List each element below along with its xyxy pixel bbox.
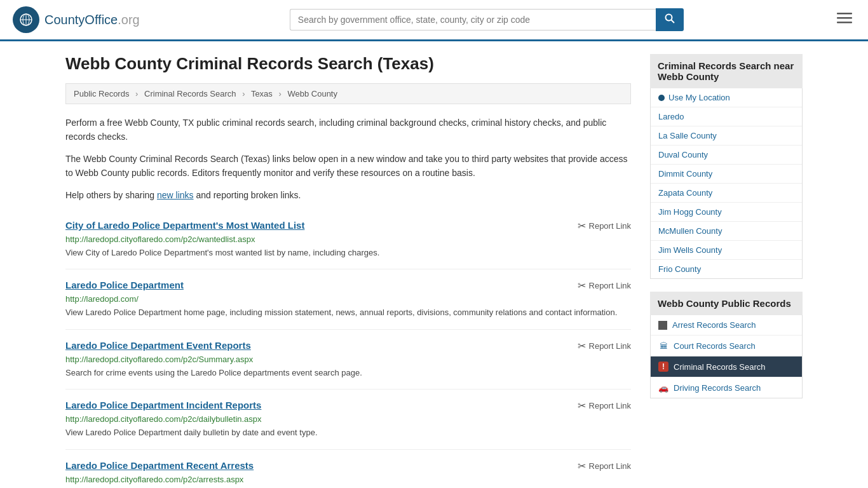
breadcrumb-webb-county[interactable]: Webb County xyxy=(287,89,337,98)
sidebar: Criminal Records Search near Webb County… xyxy=(650,54,803,488)
nearby-list-item: La Salle County xyxy=(651,126,802,146)
main-container: Webb County Criminal Records Search (Tex… xyxy=(53,41,815,488)
record-title[interactable]: Laredo Police Department xyxy=(65,280,184,290)
record-title[interactable]: Laredo Police Department Incident Report… xyxy=(65,400,261,410)
record-entry: Laredo Police Department Incident Report… xyxy=(65,390,631,450)
record-description: Search for crime events using the Laredo… xyxy=(65,367,631,379)
record-title[interactable]: Laredo Police Department Recent Arrests xyxy=(65,460,254,471)
report-link-label: Report Link xyxy=(589,281,631,290)
public-record-label: Driving Records Search xyxy=(674,383,761,393)
svg-rect-7 xyxy=(837,13,852,15)
breadcrumb-sep-1: › xyxy=(135,89,138,98)
nearby-list-item: Dimmit County xyxy=(651,165,802,184)
logo-text: CountyOffice.org xyxy=(44,13,140,27)
svg-line-6 xyxy=(671,20,674,24)
report-icon: ✂ xyxy=(578,280,586,292)
page-title: Webb County Criminal Records Search (Tex… xyxy=(65,54,631,74)
nearby-item-link[interactable]: Zapata County xyxy=(651,184,802,202)
logo-icon xyxy=(13,6,39,33)
report-link-label: Report Link xyxy=(589,461,631,471)
nearby-list-item: McMullen County xyxy=(651,222,802,241)
breadcrumb-public-records[interactable]: Public Records xyxy=(74,89,129,98)
record-title[interactable]: City of Laredo Police Department's Most … xyxy=(65,220,304,231)
nearby-section: Criminal Records Search near Webb County… xyxy=(650,54,803,279)
record-title[interactable]: Laredo Police Department Event Reports xyxy=(65,340,251,351)
report-link-label: Report Link xyxy=(589,221,631,231)
public-record-label: Criminal Records Search xyxy=(674,362,766,372)
breadcrumb-sep-2: › xyxy=(242,89,245,98)
nearby-item-link[interactable]: Jim Hogg County xyxy=(651,203,802,221)
nearby-item-link[interactable]: Duval County xyxy=(651,146,802,164)
record-entry: Laredo Police Department ✂ Report Link h… xyxy=(65,269,631,330)
search-input[interactable] xyxy=(290,9,656,30)
description-para3: Help others by sharing new links and rep… xyxy=(65,188,631,202)
nearby-item-link[interactable]: Dimmit County xyxy=(651,165,802,183)
record-description: View Laredo Police Department daily bull… xyxy=(65,426,631,439)
description-para2: The Webb County Criminal Records Search … xyxy=(65,152,631,180)
breadcrumb-criminal-records-search[interactable]: Criminal Records Search xyxy=(144,89,236,98)
nearby-list-item: Zapata County xyxy=(651,184,802,203)
svg-point-5 xyxy=(665,15,672,21)
nearby-list-item: Jim Hogg County xyxy=(651,203,802,222)
record-type-icon: ! xyxy=(658,362,668,372)
nearby-list-item: Frio County xyxy=(651,260,802,278)
public-record-list-item: Arrest Records Search xyxy=(651,315,802,336)
public-record-link[interactable]: 🚗 Driving Records Search xyxy=(651,377,802,398)
nearby-item-link[interactable]: Jim Wells County xyxy=(651,241,802,259)
record-url: http://laredopd.cityoflaredo.com/p2c/Sum… xyxy=(65,355,631,364)
new-links-link[interactable]: new links xyxy=(157,190,194,200)
use-location-label: Use My Location xyxy=(668,93,730,102)
report-link-button[interactable]: ✂ Report Link xyxy=(578,220,631,232)
nearby-list-item: Duval County xyxy=(651,146,802,165)
record-type-icon: 🏛 xyxy=(658,341,668,351)
report-link-button[interactable]: ✂ Report Link xyxy=(578,340,631,352)
header: CountyOffice.org xyxy=(0,0,868,41)
report-icon: ✂ xyxy=(578,220,586,232)
nearby-item-link[interactable]: La Salle County xyxy=(651,126,802,145)
records-list: City of Laredo Police Department's Most … xyxy=(65,210,631,488)
nearby-list-item: Use My Location xyxy=(651,88,802,107)
report-link-label: Report Link xyxy=(589,401,631,410)
logo-area: CountyOffice.org xyxy=(13,6,140,33)
nearby-list: Use My Location LaredoLa Salle CountyDuv… xyxy=(650,88,803,279)
content-area: Webb County Criminal Records Search (Tex… xyxy=(65,54,631,488)
record-entry: City of Laredo Police Department's Most … xyxy=(65,210,631,270)
public-record-list-item: ! Criminal Records Search xyxy=(651,356,802,377)
record-entry: Laredo Police Department Event Reports ✂… xyxy=(65,330,631,390)
nearby-list-item: Jim Wells County xyxy=(651,241,802,260)
nearby-item-link[interactable]: McMullen County xyxy=(651,222,802,240)
search-area xyxy=(290,8,684,31)
public-records-title: Webb County Public Records xyxy=(650,292,803,315)
report-icon: ✂ xyxy=(578,400,586,412)
nearby-item-link[interactable]: Frio County xyxy=(651,260,802,278)
report-link-button[interactable]: ✂ Report Link xyxy=(578,460,631,472)
use-location-link[interactable]: Use My Location xyxy=(651,88,802,107)
public-record-label: Court Records Search xyxy=(674,341,756,351)
public-record-list-item: 🚗 Driving Records Search xyxy=(651,377,802,398)
public-record-label: Arrest Records Search xyxy=(672,320,756,330)
nearby-title: Criminal Records Search near Webb County xyxy=(650,54,803,88)
record-entry: Laredo Police Department Recent Arrests … xyxy=(65,450,631,488)
public-records-list: Arrest Records Search 🏛 Court Records Se… xyxy=(650,315,803,398)
report-link-label: Report Link xyxy=(589,341,631,351)
breadcrumb: Public Records › Criminal Records Search… xyxy=(65,83,631,104)
nearby-list-item: Laredo xyxy=(651,107,802,126)
report-icon: ✂ xyxy=(578,460,586,472)
svg-rect-8 xyxy=(837,17,852,19)
report-link-button[interactable]: ✂ Report Link xyxy=(578,400,631,412)
public-record-link[interactable]: ! Criminal Records Search xyxy=(651,356,802,377)
menu-button[interactable] xyxy=(834,7,855,32)
breadcrumb-texas[interactable]: Texas xyxy=(251,89,273,98)
record-type-icon: 🚗 xyxy=(658,383,668,393)
public-record-link[interactable]: 🏛 Court Records Search xyxy=(651,336,802,356)
svg-rect-9 xyxy=(837,22,852,24)
record-description: View City of Laredo Police Department's … xyxy=(65,247,631,259)
public-record-link[interactable]: Arrest Records Search xyxy=(651,315,802,335)
nearby-item-link[interactable]: Laredo xyxy=(651,107,802,126)
report-link-button[interactable]: ✂ Report Link xyxy=(578,280,631,292)
report-icon: ✂ xyxy=(578,340,586,352)
search-button[interactable] xyxy=(656,8,684,31)
record-url: http://laredopd.cityoflaredo.com/p2c/wan… xyxy=(65,234,631,244)
record-url: http://laredopd.cityoflaredo.com/p2c/arr… xyxy=(65,475,631,484)
record-url: http://laredopd.com/ xyxy=(65,294,631,304)
